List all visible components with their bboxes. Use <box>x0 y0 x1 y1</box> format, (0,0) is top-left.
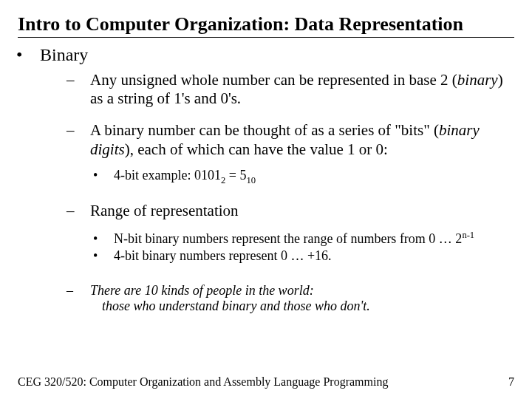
example-label: 4-bit example: <box>114 168 194 183</box>
bullet-icon: • <box>103 248 114 264</box>
range-label: Range of representation <box>90 202 239 219</box>
section-label: Binary <box>40 45 88 64</box>
slide-title: Intro to Computer Organization: Data Rep… <box>18 13 514 35</box>
slide: Intro to Computer Organization: Data Rep… <box>0 0 532 399</box>
section-heading: •Binary <box>40 45 514 65</box>
point-1-pre: Any unsigned whole number can be represe… <box>90 71 457 89</box>
dash-icon: – <box>78 121 90 140</box>
range-sub-1-pre: N-bit binary numbers represent the range… <box>114 231 462 246</box>
range-sub-1-sup: n-1 <box>462 230 474 240</box>
point-1-ital: binary <box>457 71 498 89</box>
range-sub-2: •4-bit binary numbers represent 0 … +16. <box>114 248 514 264</box>
point-2-post: ), each of which can have the value 1 or… <box>125 140 388 158</box>
example-line: •4-bit example: 01012 = 510 <box>114 168 514 186</box>
page-number: 7 <box>508 375 514 389</box>
bullet-icon: • <box>103 168 114 183</box>
bullet-icon: • <box>103 231 114 247</box>
example-eq: = <box>225 168 239 183</box>
footer-left: CEG 320/520: Computer Organization and A… <box>18 375 388 389</box>
title-divider <box>18 37 514 38</box>
bullet-icon: • <box>28 45 40 65</box>
footer: CEG 320/520: Computer Organization and A… <box>18 375 514 389</box>
range-heading: –Range of representation <box>90 202 514 220</box>
dash-icon: – <box>78 283 90 299</box>
example-lhs: 0101 <box>194 168 221 183</box>
dash-icon: – <box>78 71 90 89</box>
point-2-pre: A binary number can be thought of as a s… <box>90 121 439 139</box>
dash-icon: – <box>78 202 90 220</box>
joke-line-1: There are 10 kinds of people in the worl… <box>90 283 314 298</box>
example-rhs-sub: 10 <box>246 174 256 185</box>
joke-line-2: those who understand binary and those wh… <box>102 299 370 313</box>
range-sub-1: •N-bit binary numbers represent the rang… <box>114 230 514 247</box>
joke: –There are 10 kinds of people in the wor… <box>90 283 514 315</box>
point-2: –A binary number can be thought of as a … <box>90 121 514 158</box>
range-sub-2-text: 4-bit binary numbers represent 0 … +16. <box>114 248 332 263</box>
point-1: –Any unsigned whole number can be repres… <box>90 71 514 108</box>
